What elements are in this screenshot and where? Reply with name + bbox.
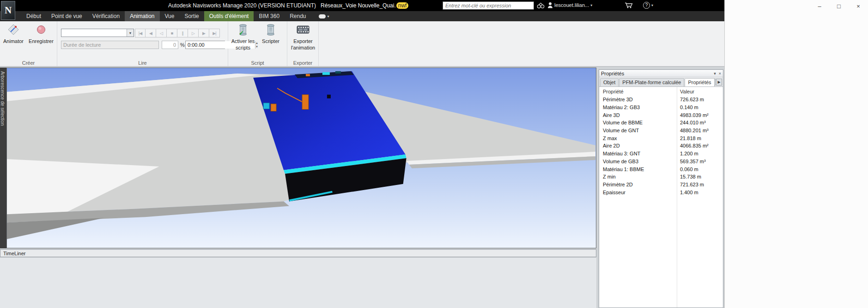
document-extension-highlight: nwf — [396, 2, 409, 9]
property-value: 0.060 m — [677, 166, 723, 172]
app-logo-icon[interactable]: N — [1, 1, 15, 20]
ribbon-group-creer: Animator Enregistrer Créer — [0, 21, 57, 66]
property-row: Matériau 3: GNT1.200 m — [599, 150, 723, 158]
property-value: 569.357 m³ — [677, 159, 723, 164]
search-binoculars-icon[interactable] — [537, 2, 545, 9]
property-value: 1.200 m — [677, 151, 723, 156]
property-name: Matériau 3: GNT — [599, 151, 677, 156]
property-name: Z max — [599, 136, 677, 141]
record-icon — [36, 23, 46, 36]
property-value: 0.140 m — [677, 105, 723, 110]
timeliner-panel-area — [0, 257, 596, 308]
maximize-button[interactable]: □ — [829, 0, 849, 12]
animator-icon — [8, 23, 19, 36]
properties-tab-objet[interactable]: Objet — [600, 78, 619, 86]
panel-menu-icon[interactable]: ▾ — [714, 71, 716, 76]
column-header-property[interactable]: Propriété — [599, 89, 677, 94]
help-icon: ? — [643, 2, 650, 9]
playback-skip-to-end-button[interactable]: ▶| — [209, 29, 220, 37]
combo-caret-icon[interactable]: ▼ — [127, 29, 134, 37]
window-controls: – □ × — [810, 0, 868, 12]
playback-stop-button[interactable]: ■ — [167, 29, 177, 37]
ribbon-group-script: ✓ Activer les scripts Scripter Script — [228, 21, 287, 66]
user-account[interactable]: lescouet.lilian... ▾ — [547, 2, 592, 8]
green-check-icon: ✓ — [239, 30, 244, 37]
orange-object-small — [271, 104, 276, 111]
playback-pause-button[interactable]: || — [177, 29, 188, 37]
properties-panel-header[interactable]: Propriétés ▾ × — [599, 70, 723, 77]
property-row: Aire 2D4066.835 m² — [599, 142, 723, 150]
exporter-animation-button[interactable]: Exporter l'animation — [288, 23, 318, 51]
background-window: – □ × — [724, 0, 868, 308]
cart-icon[interactable] — [625, 2, 633, 9]
property-value: 721.623 m — [677, 182, 723, 187]
properties-panel-title: Propriétés — [601, 71, 624, 76]
help-menu[interactable]: ? ▾ — [643, 2, 653, 9]
animator-button[interactable]: Animator — [1, 23, 26, 45]
tab-outils-element[interactable]: Outils d'élément — [204, 11, 254, 21]
property-row: Z min15.738 m — [599, 173, 723, 181]
selection-tree-collapsed-tab[interactable]: Arborescence de sélection — [0, 68, 6, 248]
property-row: Aire 3D4983.039 m² — [599, 111, 723, 119]
tab-debut[interactable]: Début — [21, 11, 46, 21]
properties-table-header: Propriété Valeur — [599, 87, 723, 96]
property-value: 244.010 m³ — [677, 120, 723, 125]
playback-play-button[interactable]: ▷ — [188, 29, 199, 37]
selection-tree-tab-label: Arborescence de sélection — [0, 68, 5, 126]
tab-animation[interactable]: Animation — [125, 11, 159, 21]
animation-select[interactable]: ▼ — [61, 29, 134, 37]
user-caret-icon: ▾ — [590, 3, 592, 7]
timeliner-bar[interactable]: TimeLiner — [0, 249, 596, 257]
dark-object — [327, 95, 331, 99]
username: lescouet.lilian... — [554, 2, 589, 8]
tab-vue[interactable]: Vue — [160, 11, 180, 21]
property-row: Volume de GNT4880.201 m³ — [599, 127, 723, 135]
tab-scroll-right-icon[interactable]: ▶ — [716, 79, 722, 86]
tab-rendu[interactable]: Rendu — [285, 11, 311, 21]
ribbon-display-toggle[interactable]: ▾ — [316, 11, 332, 21]
minimize-button[interactable]: – — [810, 0, 829, 12]
playback-step-forward-button[interactable]: ▶ — [199, 29, 209, 37]
deck-teal-detail — [335, 71, 341, 74]
scripter-icon — [266, 23, 275, 36]
property-name: Périmètre 2D — [599, 182, 677, 187]
tab-point-de-vue[interactable]: Point de vue — [46, 11, 87, 21]
property-row: Volume de BBME244.010 m³ — [599, 119, 723, 127]
property-value: 4066.835 m² — [677, 143, 723, 148]
playback-skip-to-start-button[interactable]: |◀ — [135, 29, 146, 37]
property-name: Matériau 2: GB3 — [599, 105, 677, 110]
playback-step-back-button[interactable]: ◀ — [146, 29, 156, 37]
activate-scripts-icon: ✓ — [238, 23, 248, 36]
property-value: 4983.039 m² — [677, 112, 723, 118]
column-header-value[interactable]: Valeur — [677, 89, 723, 94]
orange-object-tall — [302, 95, 309, 110]
playback-controls: |◀ ◀ ◁ ■ || ▷ ▶ ▶| — [135, 29, 220, 37]
panel-close-icon[interactable]: × — [719, 71, 721, 76]
app-title: Autodesk Navisworks Manage 2020 (VERSION… — [168, 2, 316, 9]
search-box[interactable] — [443, 1, 534, 10]
group-label-script: Script — [228, 60, 287, 66]
3d-viewport[interactable] — [6, 68, 596, 248]
close-button[interactable]: × — [849, 0, 868, 12]
tab-verification[interactable]: Vérification — [87, 11, 125, 21]
percent-field[interactable] — [162, 41, 178, 49]
property-row: Epaisseur1.400 m — [599, 188, 723, 196]
search-input[interactable] — [443, 2, 534, 9]
tab-bim-360[interactable]: BIM 360 — [254, 11, 285, 21]
viewport-scene — [7, 68, 596, 248]
group-label-creer: Créer — [0, 60, 57, 66]
deck-orange-detail — [306, 74, 310, 76]
ribbon-toggle-icon — [319, 14, 326, 18]
scripter-button[interactable]: Scripter — [258, 23, 284, 45]
tab-sortie[interactable]: Sortie — [179, 11, 204, 21]
duration-field[interactable] — [61, 41, 159, 49]
properties-panel: Propriétés ▾ × Objet PFM-Plate-forme cal… — [599, 69, 723, 308]
properties-tab-proprietes[interactable]: Propriétés — [685, 78, 714, 86]
property-value: 1.400 m — [677, 190, 723, 195]
property-row: Volume de GB3569.357 m³ — [599, 158, 723, 166]
group-label-exporter: Exporter — [287, 60, 318, 66]
enregistrer-button[interactable]: Enregistrer — [27, 23, 55, 45]
activer-scripts-button[interactable]: ✓ Activer les scripts — [230, 23, 256, 51]
playback-play-reverse-button[interactable]: ◁ — [156, 29, 167, 37]
properties-tab-pfm[interactable]: PFM-Plate-forme calculée — [619, 78, 684, 86]
